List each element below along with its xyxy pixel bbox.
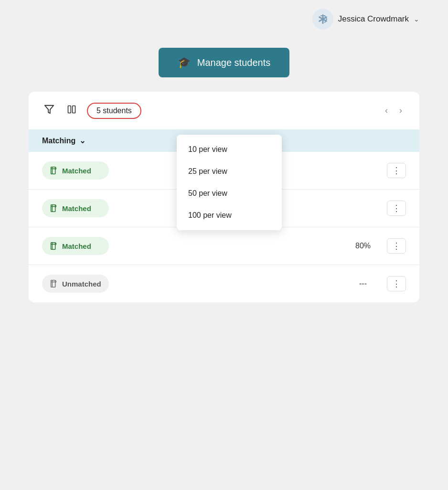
columns-icon: [67, 105, 76, 114]
svg-rect-13: [51, 167, 55, 174]
avatar-icon: [312, 9, 333, 30]
toolbar: 5 students ‹ ›: [29, 92, 419, 129]
user-name: Jessica Crowdmark: [338, 14, 409, 24]
filter-button[interactable]: [42, 102, 56, 119]
top-bar: Jessica Crowdmark ⌄: [0, 0, 448, 38]
score-cell: ---: [349, 279, 377, 288]
score-cell: 80%: [349, 242, 377, 250]
matching-label: Matching: [42, 137, 75, 145]
row-more-button[interactable]: ⋮: [387, 201, 406, 216]
status-badge: Matched: [42, 237, 109, 255]
students-per-view-button[interactable]: 5 students: [87, 103, 141, 119]
book-icon: [50, 204, 58, 213]
svg-rect-16: [51, 205, 55, 212]
main-panel: 5 students ‹ › 10 per view 25 per view 5…: [29, 92, 419, 302]
svg-marker-10: [45, 106, 53, 114]
next-button[interactable]: ›: [395, 104, 406, 117]
status-label: Matched: [62, 204, 91, 213]
svg-rect-19: [51, 243, 55, 249]
status-badge: Matched: [42, 161, 109, 180]
manage-students-label: Manage students: [197, 57, 270, 68]
previous-button[interactable]: ‹: [381, 104, 392, 117]
table-row: Matched 80% ⋮: [29, 227, 419, 265]
book-icon: [50, 279, 58, 288]
status-label: Matched: [62, 167, 91, 175]
book-icon: [50, 242, 58, 250]
status-label: Unmatched: [62, 280, 101, 288]
option-10-per-view[interactable]: 10 per view: [177, 138, 282, 160]
students-count-label: 5 students: [96, 107, 132, 115]
columns-button[interactable]: [65, 103, 78, 118]
matching-column-header[interactable]: Matching ⌄: [42, 136, 85, 145]
score-value: 80%: [355, 242, 371, 250]
option-50-per-view[interactable]: 50 per view: [177, 182, 282, 204]
option-100-per-view[interactable]: 100 per view: [177, 204, 282, 226]
status-badge: Matched: [42, 199, 109, 217]
chevron-down-icon: ⌄: [414, 15, 419, 23]
svg-rect-22: [51, 280, 55, 287]
row-more-button[interactable]: ⋮: [387, 163, 406, 178]
chevron-down-icon: ⌄: [79, 136, 85, 145]
svg-rect-12: [73, 106, 75, 113]
nav-buttons: ‹ ›: [381, 104, 406, 117]
filter-icon: [44, 104, 54, 115]
action-bar: 🎓 Manage students: [0, 38, 448, 92]
row-more-button[interactable]: ⋮: [387, 276, 406, 291]
manage-students-button[interactable]: 🎓 Manage students: [159, 48, 289, 77]
table-row: Unmatched --- ⋮: [29, 265, 419, 302]
option-25-per-view[interactable]: 25 per view: [177, 160, 282, 182]
per-view-dropdown: 10 per view 25 per view 50 per view 100 …: [177, 135, 282, 230]
status-label: Matched: [62, 242, 91, 250]
score-value: ---: [359, 279, 367, 288]
svg-rect-4: [320, 15, 322, 16]
row-more-button[interactable]: ⋮: [387, 238, 406, 254]
status-badge: Unmatched: [42, 275, 109, 293]
user-menu[interactable]: Jessica Crowdmark ⌄: [312, 9, 419, 30]
svg-rect-11: [68, 106, 71, 113]
book-icon: [50, 166, 58, 175]
graduation-icon: 🎓: [178, 56, 191, 69]
